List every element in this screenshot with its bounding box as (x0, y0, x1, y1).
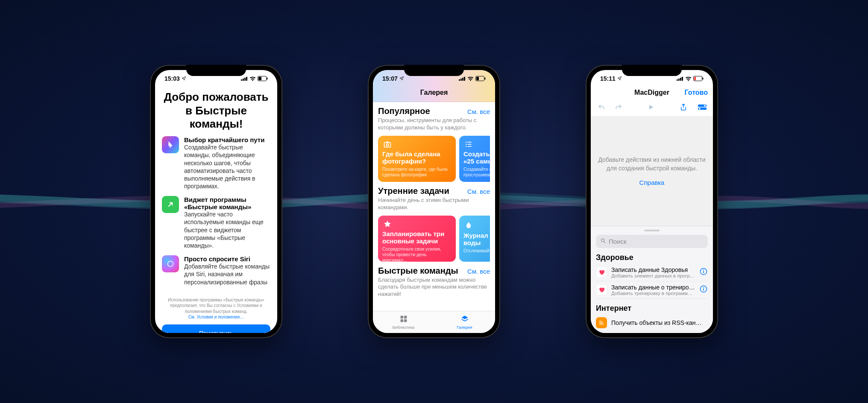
svg-rect-14 (485, 78, 486, 80)
terms-link[interactable]: См. Условия и положения… (188, 315, 244, 319)
action-title: Получить объекты из RSS-кан… (611, 319, 708, 326)
search-icon (600, 238, 606, 245)
card-title: Создать плейлист «25 самых (463, 150, 490, 165)
action-item[interactable]: Записать данные о тренировке Добавить тр… (596, 281, 708, 299)
svg-point-35 (704, 105, 706, 107)
action-title: Записать данные о тренировке (611, 284, 695, 291)
cellular-icon (459, 76, 466, 81)
section-subtitle: Благодаря быстрым командам можно сделать… (378, 277, 490, 298)
category-title: Здоровье (596, 253, 708, 262)
layers-icon (460, 315, 469, 324)
svg-rect-33 (703, 78, 704, 80)
location-icon (182, 75, 186, 82)
svg-rect-10 (462, 78, 463, 81)
feature-body: Добавляйте быстрые команды для Siri, наз… (184, 263, 270, 286)
battery-icon (475, 76, 486, 81)
svg-rect-9 (460, 79, 462, 81)
svg-rect-24 (404, 316, 407, 319)
see-all-link[interactable]: См. все (467, 108, 490, 115)
siri-icon (162, 255, 179, 272)
info-button[interactable] (699, 267, 708, 277)
health-app-icon (596, 284, 607, 295)
start-button[interactable]: Приступить (162, 324, 270, 333)
feature-item: Выбор кратчайшего пути Создавайте быстры… (162, 136, 270, 190)
terms-text: Использование программы «Быстрые команды… (162, 297, 270, 324)
cellular-icon (241, 76, 248, 81)
feature-item: Виджет программы «Быстрые команды» Запус… (162, 196, 270, 249)
svg-point-37 (699, 108, 701, 110)
svg-rect-30 (682, 77, 683, 81)
svg-rect-15 (384, 143, 391, 147)
svg-point-45 (599, 324, 601, 325)
svg-rect-3 (246, 77, 247, 81)
notch (404, 65, 464, 76)
share-button[interactable] (679, 102, 688, 112)
settings-toggle-button[interactable] (698, 102, 707, 112)
phone-welcome: 15:03 Добро пожаловать в Быстрые команды… (150, 65, 282, 338)
card-title: Запланировать три основные задачи (382, 230, 452, 245)
svg-rect-22 (468, 146, 472, 147)
svg-point-18 (466, 144, 467, 145)
editor-canvas: Добавьте действия из нижней области для … (591, 116, 713, 226)
card-subtitle: Отслеживайте потребление во… (463, 248, 490, 254)
section-title: Популярное (378, 106, 430, 116)
action-item[interactable]: Записать данные Здоровья Добавить элемен… (596, 264, 708, 281)
shortcut-card[interactable]: Где была сделана фотография? Посмотрите … (378, 136, 456, 182)
wifi-icon (249, 76, 256, 81)
feature-body: Запускайте часто используемые команды ещ… (184, 210, 270, 249)
star-icon (382, 220, 393, 228)
tab-gallery[interactable]: Галерея (434, 311, 495, 333)
health-app-icon (596, 267, 607, 278)
svg-rect-41 (703, 271, 704, 273)
svg-rect-44 (703, 289, 704, 291)
battery-icon (258, 76, 268, 81)
tab-bar: Библиотека Галерея (373, 311, 495, 333)
see-all-link[interactable]: См. все (467, 268, 490, 275)
svg-rect-28 (678, 79, 680, 81)
canvas-hint: Добавьте действия из нижней области для … (598, 156, 706, 172)
shortcut-card[interactable]: Создать плейлист «25 самых Создавайте сп… (459, 136, 490, 182)
see-all-link[interactable]: См. все (467, 188, 490, 195)
location-icon (617, 75, 622, 82)
svg-rect-32 (694, 77, 696, 80)
actions-panel: Поиск Здоровье Записать данные Здоровья … (591, 226, 713, 333)
shortcut-card[interactable]: Запланировать три основные задачи Сосред… (378, 216, 456, 262)
notch (186, 65, 246, 76)
shortcut-card[interactable]: Журнал потребления воды Отслеживайте пот… (459, 216, 490, 262)
action-title: Записать данные Здоровья (611, 266, 695, 273)
svg-rect-13 (476, 77, 479, 80)
section-title: Утренние задачи (378, 186, 449, 196)
done-button[interactable]: Готово (685, 89, 708, 96)
svg-rect-0 (241, 79, 242, 81)
card-title: Где была сделана фотография? (382, 150, 452, 165)
card-subtitle: Посмотрите на карте, где была сделана фо… (382, 166, 452, 178)
svg-rect-26 (404, 319, 407, 322)
svg-rect-6 (267, 78, 268, 80)
panel-grabber[interactable] (644, 230, 660, 231)
search-field[interactable]: Поиск (596, 235, 708, 248)
nav-bar: MacDigger Готово (591, 87, 713, 101)
section-title: Быстрые команды (378, 266, 458, 276)
svg-point-40 (703, 270, 704, 271)
feature-title: Выбор кратчайшего пути (184, 136, 270, 143)
section-essentials: Быстрые команды См. все Благодаря быстры… (373, 262, 495, 298)
undo-button[interactable] (597, 102, 606, 112)
svg-rect-1 (243, 79, 244, 81)
redo-button[interactable] (614, 102, 623, 112)
tab-label: Галерея (457, 325, 472, 330)
search-placeholder: Поиск (609, 238, 627, 245)
section-morning: Утренние задачи См. все Начинайте день с… (373, 182, 495, 262)
phone-gallery: 15:07 Галерея Популярное См. все Процесс… (368, 65, 500, 338)
info-button[interactable] (699, 285, 708, 295)
nav-title: MacDigger (634, 89, 669, 96)
tab-library[interactable]: Библиотека (373, 311, 434, 333)
status-time: 15:03 (164, 75, 180, 82)
cellular-icon (677, 76, 683, 81)
card-subtitle: Сосредоточьте свои усилия, чтобы провест… (382, 246, 452, 262)
play-button[interactable] (646, 102, 656, 112)
section-subtitle: Начинайте день с этими быстрыми командам… (378, 197, 490, 211)
action-item[interactable]: Получить объекты из RSS-кан… (596, 315, 708, 331)
help-link[interactable]: Справка (639, 179, 665, 186)
category-title: Интернет (596, 304, 708, 313)
svg-point-16 (386, 143, 388, 146)
